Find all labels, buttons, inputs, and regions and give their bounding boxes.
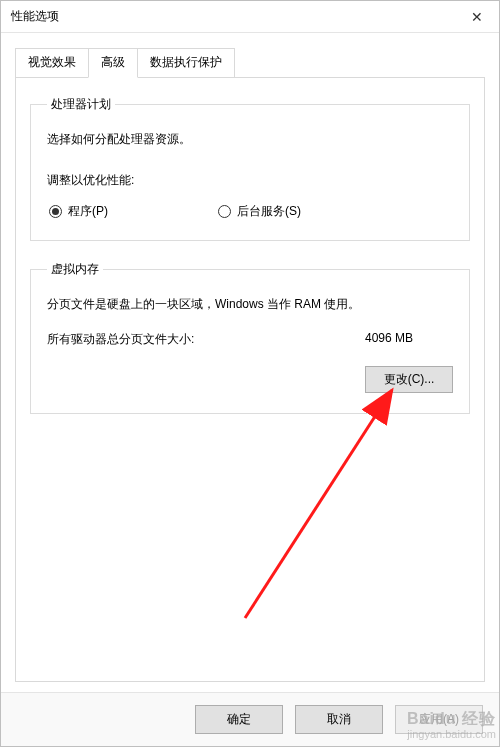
- optimize-radio-row: 程序(P) 后台服务(S): [47, 203, 453, 220]
- advanced-panel: 处理器计划 选择如何分配处理器资源。 调整以优化性能: 程序(P) 后台服务(S…: [15, 77, 485, 682]
- tab-advanced[interactable]: 高级: [88, 48, 138, 78]
- tab-label: 高级: [101, 55, 125, 69]
- tab-strip: 视觉效果 高级 数据执行保护: [15, 47, 485, 77]
- radio-icon: [218, 205, 231, 218]
- virtual-memory-group: 虚拟内存 分页文件是硬盘上的一块区域，Windows 当作 RAM 使用。 所有…: [30, 261, 470, 414]
- close-button[interactable]: ✕: [454, 1, 499, 32]
- optimize-label: 调整以优化性能:: [47, 172, 453, 189]
- button-label: 更改(C)...: [384, 372, 435, 386]
- tab-dep[interactable]: 数据执行保护: [137, 48, 235, 78]
- processor-desc: 选择如何分配处理器资源。: [47, 131, 453, 148]
- radio-programs[interactable]: 程序(P): [49, 203, 108, 220]
- apply-button[interactable]: 应用(A): [395, 705, 483, 734]
- dialog-footer: 确定 取消 应用(A): [1, 692, 499, 746]
- performance-options-window: 性能选项 ✕ 视觉效果 高级 数据执行保护 处理器计划 选择如何分配处理器资源。…: [0, 0, 500, 747]
- button-label: 确定: [227, 712, 251, 726]
- button-label: 应用(A): [419, 712, 459, 726]
- button-label: 取消: [327, 712, 351, 726]
- tab-label: 数据执行保护: [150, 55, 222, 69]
- tab-label: 视觉效果: [28, 55, 76, 69]
- vmem-desc: 分页文件是硬盘上的一块区域，Windows 当作 RAM 使用。: [47, 296, 453, 313]
- titlebar: 性能选项 ✕: [1, 1, 499, 33]
- window-title: 性能选项: [11, 8, 59, 25]
- vmem-total-value: 4096 MB: [365, 331, 453, 348]
- radio-label: 后台服务(S): [237, 203, 301, 220]
- cancel-button[interactable]: 取消: [295, 705, 383, 734]
- ok-button[interactable]: 确定: [195, 705, 283, 734]
- close-icon: ✕: [471, 9, 483, 25]
- radio-icon: [49, 205, 62, 218]
- vmem-legend: 虚拟内存: [47, 261, 103, 278]
- processor-legend: 处理器计划: [47, 96, 115, 113]
- vmem-total-row: 所有驱动器总分页文件大小: 4096 MB: [47, 331, 453, 348]
- vmem-total-label: 所有驱动器总分页文件大小:: [47, 331, 194, 348]
- radio-background-services[interactable]: 后台服务(S): [218, 203, 301, 220]
- tab-visual-effects[interactable]: 视觉效果: [15, 48, 89, 78]
- processor-scheduling-group: 处理器计划 选择如何分配处理器资源。 调整以优化性能: 程序(P) 后台服务(S…: [30, 96, 470, 241]
- radio-label: 程序(P): [68, 203, 108, 220]
- change-button[interactable]: 更改(C)...: [365, 366, 453, 393]
